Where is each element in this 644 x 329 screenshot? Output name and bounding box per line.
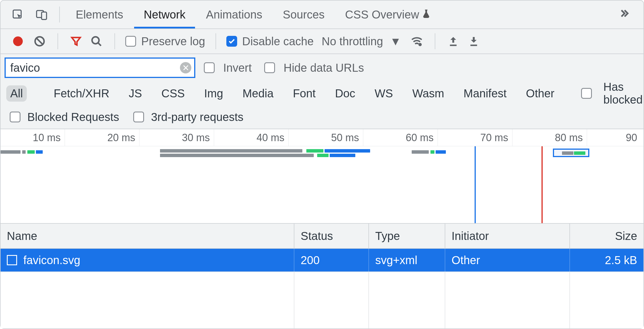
blocked-requests-label: Blocked Requests <box>27 111 119 124</box>
divider <box>58 33 58 49</box>
preserve-log-checkbox[interactable] <box>125 36 136 47</box>
chip-doc[interactable]: Doc <box>331 85 359 102</box>
search-icon[interactable] <box>89 34 104 49</box>
preserve-log-label: Preserve log <box>141 35 205 48</box>
overview-selection[interactable] <box>553 149 589 157</box>
chip-manifest[interactable]: Manifest <box>460 85 510 102</box>
tick: 10 ms <box>1 129 65 146</box>
domcontentloaded-marker <box>475 146 476 223</box>
requests-table-header: Name Status Type Initiator Size <box>1 224 643 249</box>
invert-label: Invert <box>223 61 252 74</box>
download-har-icon[interactable] <box>466 34 481 49</box>
tick: 30 ms <box>140 129 214 146</box>
tick: 70 ms <box>438 129 512 146</box>
upload-har-icon[interactable] <box>446 34 461 49</box>
tab-network[interactable]: Network <box>134 1 195 28</box>
load-marker <box>542 146 543 223</box>
request-type-filters: All Fetch/XHR JS CSS Img Media Font Doc … <box>1 81 643 105</box>
chip-css[interactable]: CSS <box>157 85 189 102</box>
cell-initiator: Other <box>445 249 570 272</box>
timeline-overview[interactable]: 10 ms 20 ms 30 ms 40 ms 50 ms 60 ms 70 m… <box>1 129 643 224</box>
col-size[interactable]: Size <box>570 224 643 248</box>
request-name: favicon.svg <box>23 254 80 267</box>
filter-input-wrap: ✕ <box>5 57 195 78</box>
tick: 50 ms <box>289 129 363 146</box>
cell-type: svg+xml <box>369 249 445 272</box>
inspect-icon[interactable] <box>9 5 27 24</box>
filter-input[interactable] <box>6 59 194 77</box>
col-type[interactable]: Type <box>369 224 445 248</box>
filter-icon[interactable] <box>68 34 84 49</box>
blocked-requests-checkbox[interactable] <box>10 112 20 122</box>
tab-css-overview[interactable]: CSS Overview <box>335 1 441 28</box>
chip-media[interactable]: Media <box>239 85 278 102</box>
disable-cache-label: Disable cache <box>242 35 314 48</box>
tick: 20 ms <box>65 129 140 146</box>
extra-filters-row: Blocked Requests 3rd-party requests <box>1 105 643 129</box>
hide-data-urls-checkbox[interactable] <box>264 62 275 73</box>
col-status[interactable]: Status <box>294 224 369 248</box>
table-empty-area <box>1 272 643 328</box>
main-tabstrip: Elements Network Animations Sources CSS … <box>1 1 643 29</box>
cell-name: favicon.svg <box>1 249 294 272</box>
divider <box>114 33 115 49</box>
divider <box>435 33 435 49</box>
tick: 90 <box>587 129 641 146</box>
chevron-down-icon: ▼ <box>390 35 401 48</box>
cell-status: 200 <box>294 249 369 272</box>
filter-row: ✕ Invert Hide data URLs <box>1 54 643 81</box>
col-name[interactable]: Name <box>1 224 294 248</box>
svg-rect-6 <box>450 45 456 46</box>
throttling-select[interactable]: No throttling ▼ <box>322 35 401 48</box>
tab-elements[interactable]: Elements <box>66 1 133 28</box>
more-tabs-button[interactable] <box>610 7 638 22</box>
cell-size: 2.5 kB <box>570 249 643 272</box>
tab-css-overview-label: CSS Overview <box>345 8 419 21</box>
tab-animations[interactable]: Animations <box>196 1 272 28</box>
chip-fetch-xhr[interactable]: Fetch/XHR <box>50 85 113 102</box>
devtools-panel: Elements Network Animations Sources CSS … <box>0 0 644 329</box>
disable-cache-checkbox[interactable] <box>226 36 237 47</box>
file-icon <box>7 255 17 265</box>
tick: 40 ms <box>214 129 289 146</box>
requests-table-body: favicon.svg 200 svg+xml Other 2.5 kB <box>1 249 643 328</box>
flask-icon <box>421 8 431 21</box>
chip-js[interactable]: JS <box>125 85 146 102</box>
has-blocked-checkbox[interactable] <box>581 88 592 99</box>
third-party-checkbox[interactable] <box>133 112 144 122</box>
clear-filter-button[interactable]: ✕ <box>180 62 191 73</box>
third-party-label: 3rd-party requests <box>151 111 243 124</box>
chip-font[interactable]: Font <box>289 85 320 102</box>
chip-ws[interactable]: WS <box>371 85 397 102</box>
chip-other[interactable]: Other <box>522 85 558 102</box>
network-toolbar: Preserve log Disable cache No throttling… <box>1 29 643 54</box>
divider <box>216 33 216 49</box>
hide-data-urls-label: Hide data URLs <box>284 61 364 74</box>
overview-body <box>1 146 643 223</box>
tick: 60 ms <box>363 129 438 146</box>
divider <box>59 7 60 22</box>
invert-checkbox[interactable] <box>204 62 215 73</box>
throttling-value: No throttling <box>322 35 383 48</box>
svg-rect-7 <box>470 45 477 46</box>
device-toggle-icon[interactable] <box>32 5 51 24</box>
chip-wasm[interactable]: Wasm <box>408 85 448 102</box>
chip-img[interactable]: Img <box>200 85 227 102</box>
overview-ruler: 10 ms 20 ms 30 ms 40 ms 50 ms 60 ms 70 m… <box>1 129 643 146</box>
col-initiator[interactable]: Initiator <box>445 224 570 248</box>
tick: 80 ms <box>512 129 587 146</box>
svg-point-4 <box>92 37 99 44</box>
network-conditions-icon[interactable] <box>409 34 424 49</box>
has-blocked-label: Has blocked <box>603 81 643 106</box>
clear-icon[interactable] <box>32 34 47 49</box>
svg-point-5 <box>419 43 422 46</box>
chip-all[interactable]: All <box>6 85 27 102</box>
record-button[interactable] <box>13 36 23 46</box>
tab-sources[interactable]: Sources <box>273 1 334 28</box>
table-row[interactable]: favicon.svg 200 svg+xml Other 2.5 kB <box>1 249 643 272</box>
svg-rect-2 <box>42 12 47 19</box>
